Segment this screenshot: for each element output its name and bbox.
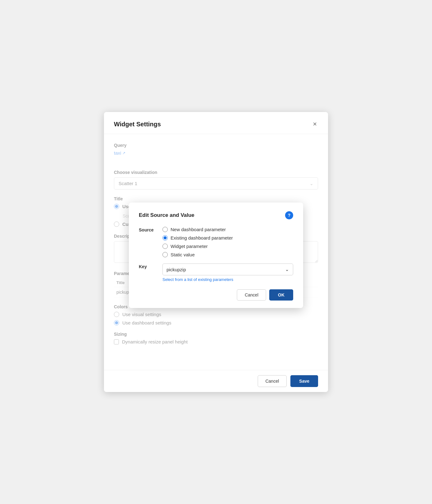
footer-cancel-button[interactable]: Cancel bbox=[258, 375, 287, 387]
inner-ok-button[interactable]: OK bbox=[269, 289, 293, 301]
source-row: Source New dashboard parameter Existing … bbox=[139, 227, 293, 257]
inner-dialog-title: Edit Source and Value bbox=[139, 212, 195, 218]
key-hint: Select from a list of existing parameter… bbox=[162, 277, 293, 282]
key-chevron-icon: ⌄ bbox=[285, 267, 289, 272]
key-select[interactable]: pickupzip ⌄ bbox=[162, 264, 293, 275]
inner-cancel-button[interactable]: Cancel bbox=[237, 289, 266, 301]
new-dashboard-param-input[interactable] bbox=[162, 227, 168, 232]
widget-param-input[interactable] bbox=[162, 244, 168, 249]
existing-dashboard-param-input[interactable] bbox=[162, 235, 168, 240]
widget-param-radio[interactable]: Widget parameter bbox=[162, 244, 233, 249]
static-value-label: Static value bbox=[171, 252, 195, 257]
inner-dialog-header: Edit Source and Value ? bbox=[139, 211, 293, 219]
dialog-footer: Cancel Save bbox=[104, 370, 328, 392]
help-icon[interactable]: ? bbox=[285, 211, 293, 219]
new-dashboard-param-label: New dashboard parameter bbox=[171, 227, 226, 232]
source-label: Source bbox=[139, 227, 157, 232]
dialog-header: Widget Settings × bbox=[104, 112, 328, 134]
footer-save-button[interactable]: Save bbox=[290, 375, 318, 387]
edit-source-dialog: Edit Source and Value ? Source New dashb… bbox=[129, 203, 303, 308]
key-select-container: pickupzip ⌄ Select from a list of existi… bbox=[162, 264, 293, 282]
key-row: Key pickupzip ⌄ Select from a list of ex… bbox=[139, 264, 293, 282]
inner-dialog-footer: Cancel OK bbox=[139, 289, 293, 301]
existing-dashboard-param-radio[interactable]: Existing dashboard parameter bbox=[162, 235, 233, 240]
key-value: pickupzip bbox=[167, 267, 186, 272]
widget-param-label: Widget parameter bbox=[171, 244, 208, 249]
static-value-radio[interactable]: Static value bbox=[162, 252, 233, 257]
existing-dashboard-param-label: Existing dashboard parameter bbox=[171, 235, 233, 240]
new-dashboard-param-radio[interactable]: New dashboard parameter bbox=[162, 227, 233, 232]
dialog-body: Query taxi ↗ Choose visualization Scatte… bbox=[104, 134, 328, 370]
key-label: Key bbox=[139, 264, 157, 269]
close-button[interactable]: × bbox=[312, 119, 318, 129]
source-radio-group: New dashboard parameter Existing dashboa… bbox=[162, 227, 233, 257]
dialog-title: Widget Settings bbox=[114, 121, 161, 128]
static-value-input[interactable] bbox=[162, 252, 168, 257]
widget-settings-dialog: Widget Settings × Query taxi ↗ Choose vi… bbox=[104, 112, 328, 392]
